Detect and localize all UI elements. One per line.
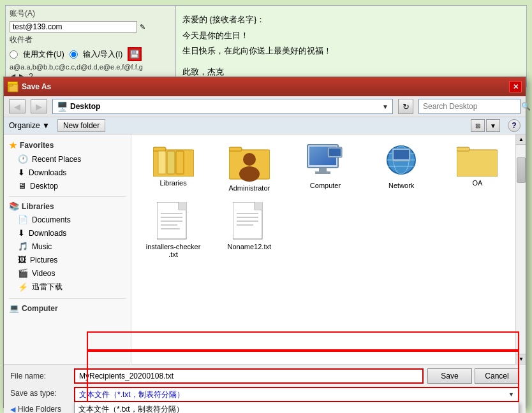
svg-rect-32 bbox=[179, 202, 186, 210]
location-bar[interactable]: 🖥️ Desktop ▼ bbox=[52, 99, 393, 114]
sidebar-item-music[interactable]: 🎵 Music bbox=[4, 240, 131, 253]
cancel-button[interactable]: Cancel bbox=[475, 368, 519, 384]
view-icon-button-1[interactable]: ⊞ bbox=[471, 119, 485, 132]
sidebar-item-desktop[interactable]: 🖥 Desktop bbox=[4, 179, 131, 192]
view-icon-button-2[interactable]: ▼ bbox=[486, 119, 500, 132]
sidebar: ★ Favorites 🕐 Recent Places ⬇ Downloads … bbox=[4, 134, 131, 364]
libraries-folder-icon bbox=[153, 143, 194, 177]
edit-icon[interactable]: ✎ bbox=[140, 23, 145, 31]
sidebar-item-thunderbird[interactable]: ⚡ 迅雷下载 bbox=[4, 280, 131, 294]
email-line2: 生日快乐，在此向你送上最美好的祝福！ bbox=[182, 43, 520, 59]
dropdown-option-1[interactable]: 文本文件（*.txt，制表符分隔） bbox=[75, 402, 519, 413]
dialog-titlebar: Save As ✕ bbox=[4, 77, 526, 96]
downloads-label: Downloads bbox=[29, 168, 66, 177]
oa-folder-icon bbox=[457, 143, 498, 177]
forward-button[interactable]: ▶ bbox=[31, 99, 47, 113]
documents-label: Documents bbox=[32, 215, 71, 224]
help-button[interactable]: ? bbox=[508, 119, 521, 132]
desktop-label: Desktop bbox=[30, 182, 58, 191]
account-input[interactable] bbox=[10, 21, 137, 33]
sidebar-item-downloads2[interactable]: ⬇ Downloads bbox=[4, 226, 131, 240]
recent-places-label: Recent Places bbox=[32, 155, 81, 164]
back-button[interactable]: ◀ bbox=[9, 99, 26, 113]
network-item-label: Network bbox=[388, 182, 414, 189]
use-file-radio[interactable] bbox=[10, 50, 18, 59]
filename-input[interactable] bbox=[74, 368, 424, 384]
sidebar-item-documents[interactable]: 📄 Documents bbox=[4, 213, 131, 226]
videos-icon: 🎬 bbox=[18, 268, 28, 278]
thunderbird-icon: ⚡ bbox=[18, 282, 28, 292]
downloads2-icon: ⬇ bbox=[18, 228, 25, 238]
svg-rect-17 bbox=[319, 168, 327, 171]
svg-rect-28 bbox=[457, 150, 498, 177]
computer-icon: 💻 bbox=[9, 303, 19, 313]
svg-rect-29 bbox=[457, 147, 469, 151]
file-grid: Libraries Administrator bbox=[131, 134, 526, 267]
sidebar-item-recent-places[interactable]: 🕐 Recent Places bbox=[4, 152, 131, 166]
libraries-label: Libraries bbox=[22, 202, 54, 211]
computer-header[interactable]: 💻 Computer bbox=[4, 301, 131, 315]
computer-item-label: Computer bbox=[310, 182, 341, 189]
file-item-administrator[interactable]: Administrator bbox=[214, 141, 284, 194]
pictures-icon: 🖼 bbox=[18, 255, 26, 264]
scroll-down[interactable]: ▼ bbox=[516, 354, 526, 364]
dropdown-arrow: ▼ bbox=[508, 391, 514, 398]
noname-item-label: Noname12.txt bbox=[228, 243, 271, 250]
svg-rect-27 bbox=[394, 150, 409, 159]
file-type-selector[interactable]: 文本文件（*.txt，制表符分隔） ▼ 文本文件（*.txt，制表符分隔） 文本… bbox=[74, 387, 519, 402]
main-content: ▲ ▼ Libraries bbox=[131, 134, 526, 364]
file-type-display[interactable]: 文本文件（*.txt，制表符分隔） ▼ bbox=[74, 387, 519, 402]
import-radio[interactable] bbox=[70, 50, 78, 59]
file-type-value: 文本文件（*.txt，制表符分隔） bbox=[79, 389, 184, 400]
downloads-icon: ⬇ bbox=[18, 168, 25, 177]
refresh-button[interactable]: ↻ bbox=[398, 99, 413, 114]
save-button[interactable]: Save bbox=[427, 368, 472, 384]
scroll-up[interactable]: ▲ bbox=[516, 134, 526, 145]
new-folder-button[interactable]: New folder bbox=[57, 119, 105, 132]
sidebar-item-pictures[interactable]: 🖼 Pictures bbox=[4, 253, 131, 266]
file-item-libraries[interactable]: Libraries bbox=[138, 141, 209, 194]
libraries-header[interactable]: 📚 Libraries bbox=[4, 199, 131, 213]
organize-button[interactable]: Organize ▼ bbox=[9, 121, 50, 130]
svg-rect-40 bbox=[255, 202, 262, 210]
scroll-thumb[interactable] bbox=[517, 157, 526, 183]
dialog-close-button[interactable]: ✕ bbox=[509, 81, 522, 92]
file-item-computer[interactable]: Computer bbox=[290, 141, 360, 194]
file-item-installers[interactable]: installers-checker .txt bbox=[138, 199, 209, 261]
administrator-folder-icon bbox=[229, 143, 270, 182]
downloads2-label: Downloads bbox=[29, 229, 66, 238]
libraries-icon: 📚 bbox=[9, 201, 19, 211]
sidebar-item-downloads[interactable]: ⬇ Downloads bbox=[4, 166, 131, 179]
file-type-dropdown[interactable]: 文本文件（*.txt，制表符分隔） 文本文件（*.txt，制表符分隔） Exce… bbox=[74, 402, 519, 413]
hide-folders-label: Hide Folders bbox=[18, 405, 61, 413]
save-type-label: Save as type: bbox=[10, 387, 74, 398]
favorites-header[interactable]: ★ Favorites bbox=[4, 138, 131, 152]
noname-file-icon bbox=[233, 202, 266, 240]
use-file-label: 使用文件(U) bbox=[23, 49, 64, 60]
search-bar[interactable]: 🔍 bbox=[418, 99, 521, 114]
svg-rect-8 bbox=[167, 151, 175, 174]
svg-rect-4 bbox=[9, 84, 13, 86]
save-icon-button[interactable] bbox=[128, 47, 142, 61]
installers-file-icon bbox=[157, 202, 190, 240]
new-folder-label: New folder bbox=[63, 121, 100, 130]
hide-folders-arrow: ◀ bbox=[10, 405, 15, 414]
dialog-body: ★ Favorites 🕐 Recent Places ⬇ Downloads … bbox=[4, 134, 526, 364]
svg-rect-2 bbox=[131, 54, 138, 57]
scrollbar[interactable]: ▲ ▼ bbox=[515, 134, 526, 364]
file-item-oa[interactable]: OA bbox=[442, 141, 513, 194]
svg-point-12 bbox=[243, 153, 256, 166]
file-item-network[interactable]: Network bbox=[366, 141, 437, 194]
svg-rect-1 bbox=[132, 50, 136, 54]
dialog-bottom: File name: Save Cancel Save as type: 文本文… bbox=[4, 364, 526, 413]
action-bar: Organize ▼ New folder ⊞ ▼ ? bbox=[4, 117, 526, 134]
location-dropdown-arrow[interactable]: ▼ bbox=[382, 103, 388, 110]
file-item-noname[interactable]: Noname12.txt bbox=[214, 199, 284, 261]
svg-point-13 bbox=[239, 166, 260, 182]
search-input[interactable] bbox=[423, 102, 519, 111]
dialog-title-text: Save As bbox=[22, 82, 51, 91]
filename-label: File name: bbox=[10, 372, 74, 380]
installers-item-label: installers-checker .txt bbox=[145, 243, 202, 258]
save-as-dialog: Save As ✕ ◀ ▶ 🖥️ Desktop ▼ ↻ 🔍 Organize … bbox=[3, 76, 526, 408]
sidebar-item-videos[interactable]: 🎬 Videos bbox=[4, 266, 131, 280]
